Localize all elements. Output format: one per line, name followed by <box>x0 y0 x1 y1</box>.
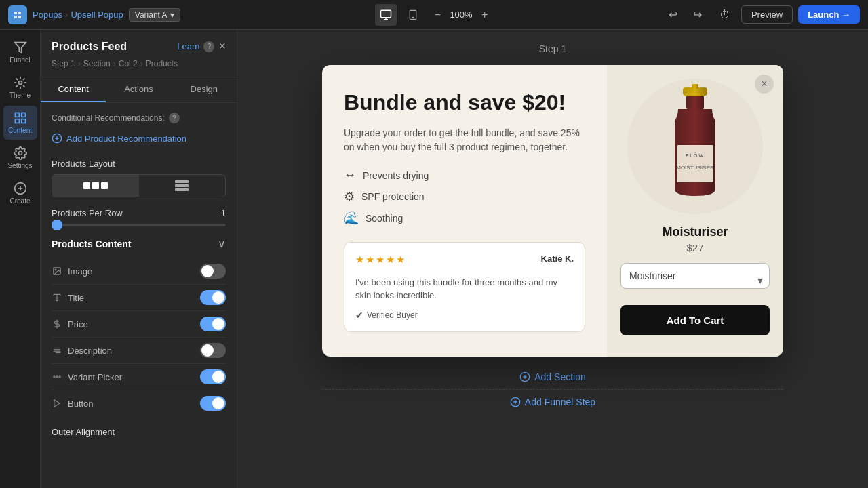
history-btn[interactable]: ⏱ <box>714 4 736 26</box>
popup-right: FLŌW MOISTURISER Moisturiser $27 Moistur… <box>607 65 783 357</box>
tab-content[interactable]: Content <box>41 77 106 102</box>
help-icon[interactable]: ? <box>203 41 214 52</box>
popup-close-btn[interactable]: × <box>755 75 774 94</box>
svg-point-24 <box>54 376 55 378</box>
svg-rect-12 <box>175 180 189 183</box>
variant-icon <box>52 371 62 382</box>
sidebar-item-create[interactable]: Create <box>3 176 37 210</box>
feature-item-0: ↔ Prevents drying <box>344 168 585 182</box>
zoom-level: 100% <box>450 9 472 20</box>
conditional-help-icon[interactable]: ? <box>169 113 180 123</box>
feature-icon-0: ↔ <box>344 168 356 182</box>
feature-text-0: Prevents drying <box>363 170 429 181</box>
svg-point-4 <box>18 81 22 85</box>
panel-title-actions: Learn ? × <box>177 39 226 54</box>
bottom-actions: Add Section Add Funnel Step <box>322 365 783 414</box>
learn-link[interactable]: Learn <box>177 41 199 52</box>
popup: × Bundle and save $20! Upgrade your orde… <box>322 65 783 357</box>
sidebar-label-content: Content <box>8 127 32 134</box>
svg-rect-30 <box>677 145 713 182</box>
svg-point-9 <box>18 152 22 155</box>
content-row-description: Description <box>52 338 226 364</box>
svg-rect-8 <box>21 119 25 123</box>
popup-heading: Bundle and save $20! <box>344 89 585 115</box>
svg-rect-7 <box>15 119 19 123</box>
zoom-control: − 100% + <box>429 7 492 23</box>
preview-btn[interactable]: Preview <box>741 5 793 24</box>
topbar-left: Popups › Upsell Popup Variant A ▾ <box>8 5 375 24</box>
description-icon <box>52 345 62 356</box>
zoom-in-btn[interactable]: + <box>477 7 493 23</box>
layout-grid-3[interactable] <box>52 175 139 197</box>
step-label: Step 1 <box>539 43 566 54</box>
svg-rect-13 <box>175 184 189 187</box>
feature-item-1: ⚙ SPF protection <box>344 189 585 204</box>
topbar-right: ↩ ↪ ⏱ Preview Launch → <box>493 4 860 26</box>
layout-list[interactable] <box>139 175 226 197</box>
variant-selector[interactable]: Variant A ▾ <box>129 8 180 22</box>
title-toggle[interactable] <box>200 290 226 305</box>
mobile-view-btn[interactable] <box>402 4 424 26</box>
add-section-btn[interactable]: Add Section <box>519 365 586 389</box>
add-recommendation-btn[interactable]: Add Product Recommendation <box>52 129 226 148</box>
breadcrumb-upsell[interactable]: Upsell Popup <box>71 9 123 20</box>
panel-close-btn[interactable]: × <box>218 39 226 54</box>
sidebar-label-funnel: Funnel <box>9 56 31 64</box>
add-to-cart-btn[interactable]: Add To Cart <box>620 305 770 336</box>
feature-item-2: 🌊 Soothing <box>344 211 585 226</box>
review-author: Katie K. <box>541 253 574 264</box>
per-row-label: Products Per Row <box>52 208 123 218</box>
breadcrumb-popups[interactable]: Popups <box>33 9 62 20</box>
breadcrumb: Popups › Upsell Popup <box>33 9 123 20</box>
content-row-variant-picker: Variant Picker <box>52 364 226 390</box>
product-image-area: FLŌW MOISTURISER <box>627 79 763 214</box>
redo-btn[interactable]: ↪ <box>687 4 709 26</box>
svg-rect-0 <box>381 10 391 18</box>
layout-label: Products Layout <box>52 159 226 169</box>
svg-rect-14 <box>175 188 189 191</box>
sidebar-item-funnel[interactable]: Funnel <box>3 35 37 69</box>
per-row-slider[interactable] <box>52 224 226 226</box>
image-toggle[interactable] <box>200 264 226 279</box>
feature-text-1: SPF protection <box>361 191 425 202</box>
chevron-down-icon: ▾ <box>170 10 174 20</box>
products-content-section: Products Content ∨ Image <box>52 237 226 416</box>
add-funnel-step-btn[interactable]: Add Funnel Step <box>510 390 595 414</box>
undo-btn[interactable]: ↩ <box>663 4 684 26</box>
svg-rect-5 <box>15 113 19 117</box>
products-content-title: Products Content <box>52 239 131 249</box>
app-logo <box>8 5 27 24</box>
launch-btn[interactable]: Launch → <box>798 5 860 24</box>
price-toggle[interactable] <box>200 317 226 331</box>
title-icon <box>52 292 62 303</box>
product-variant-select[interactable]: Moisturiser <box>620 263 770 289</box>
panel-tabs: Content Actions Design <box>41 77 237 103</box>
product-name: Moisturiser <box>662 225 728 239</box>
tab-design[interactable]: Design <box>172 77 237 102</box>
content-row-button: Button <box>52 390 226 416</box>
feature-icon-1: ⚙ <box>344 189 355 204</box>
desktop-view-btn[interactable] <box>375 4 397 26</box>
svg-text:MOISTURISER: MOISTURISER <box>676 165 714 171</box>
panel-title-row: Products Feed Learn ? × <box>52 39 226 54</box>
button-toggle[interactable] <box>200 396 226 411</box>
image-icon <box>52 266 62 277</box>
sidebar-item-settings[interactable]: Settings <box>3 141 37 175</box>
conditional-rec-label: Conditional Recommendations: ? <box>52 113 226 123</box>
sidebar-label-settings: Settings <box>7 162 32 169</box>
sidebar-item-theme[interactable]: Theme <box>3 70 37 104</box>
svg-rect-6 <box>21 113 25 117</box>
sidebar-item-content[interactable]: Content <box>3 106 37 140</box>
feature-list: ↔ Prevents drying ⚙ SPF protection 🌊 Soo… <box>344 168 585 226</box>
panel-content: Conditional Recommendations: ? Add Produ… <box>41 103 237 488</box>
zoom-out-btn[interactable]: − <box>429 7 446 23</box>
panel-breadcrumb: Step 1 › Section › Col 2 › Products <box>52 59 226 68</box>
topbar: Popups › Upsell Popup Variant A ▾ − 100%… <box>0 0 868 30</box>
verified-badge: ✔ Verified Buyer <box>355 310 574 321</box>
variant-picker-toggle[interactable] <box>200 369 226 384</box>
description-toggle[interactable] <box>200 343 226 358</box>
panel: Products Feed Learn ? × Step 1 › Section… <box>41 30 237 488</box>
tab-actions[interactable]: Actions <box>106 77 171 102</box>
undo-redo-group: ↩ ↪ <box>663 4 709 26</box>
collapse-btn[interactable]: ∨ <box>218 237 226 250</box>
